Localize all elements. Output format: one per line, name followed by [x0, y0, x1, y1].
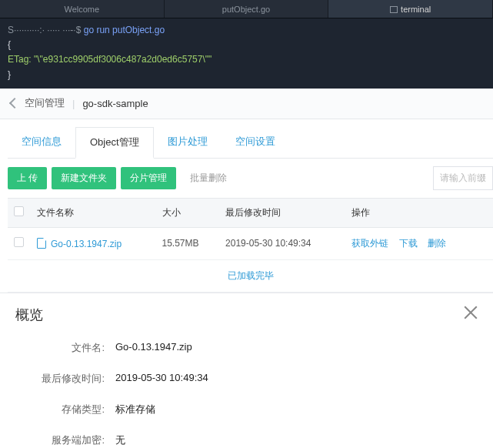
crumb-separator: |: [72, 98, 75, 109]
object-toolbar: 上 传 新建文件夹 分片管理 批量删除 请输入前缀: [8, 159, 493, 198]
fragment-mgmt-button[interactable]: 分片管理: [121, 167, 176, 189]
label-sse: 服务端加密:: [15, 433, 115, 447]
crumb-bucket: go-sdk-sample: [82, 98, 148, 109]
object-table: 文件名称 大小 最后修改时间 操作 Go-0.13.1947.zip 15.57…: [8, 198, 493, 293]
file-mtime: 2019-05-30 10:49:34: [219, 227, 345, 259]
overview-panel: 概览 文件名: Go-0.13.1947.zip 最后修改时间: 2019-05…: [0, 293, 493, 448]
value-sse: 无: [115, 433, 125, 447]
editor-tab-welcome[interactable]: Welcome: [0, 0, 165, 18]
prompt-host: S··········:· ·····: [8, 25, 60, 35]
terminal-etag-value: ETag: "\"e931cc9905df3006c487a2d0ed6c575…: [8, 54, 212, 65]
kv-sse: 服务端加密: 无: [15, 433, 478, 447]
terminal-icon: [390, 6, 398, 13]
file-name-link[interactable]: Go-0.13.1947.zip: [51, 239, 122, 249]
terminal-line-prompt: S··········:· ····· ···-·$ go run putObj…: [8, 23, 485, 38]
terminal-line-close: }: [8, 68, 485, 82]
tab-object-mgmt[interactable]: Object管理: [75, 127, 154, 159]
label-mtime: 最后修改时间:: [15, 372, 115, 386]
loaded-indicator: 已加载完毕: [8, 259, 493, 292]
kv-filename: 文件名: Go-0.13.1947.zip: [15, 341, 478, 355]
download-action[interactable]: 下载: [399, 238, 418, 249]
crumb-space-mgmt[interactable]: 空间管理: [25, 96, 65, 110]
section-tabs: 空间信息 Object管理 图片处理 空间设置: [8, 127, 493, 159]
col-mtime: 最后修改时间: [219, 198, 345, 227]
new-folder-button[interactable]: 新建文件夹: [52, 167, 116, 189]
delete-action[interactable]: 删除: [428, 238, 446, 249]
row-actions: 获取外链 下载 删除: [345, 227, 493, 259]
get-link-action[interactable]: 获取外链: [351, 238, 388, 249]
table-row: Go-0.13.1947.zip 15.57MB 2019-05-30 10:4…: [8, 227, 493, 259]
editor-tab-file[interactable]: putObject.go: [165, 0, 329, 18]
label-filename: 文件名:: [15, 341, 115, 355]
terminal-output[interactable]: S··········:· ····· ···-·$ go run putObj…: [0, 18, 493, 89]
col-name: 文件名称: [31, 198, 156, 227]
prefix-search-input[interactable]: 请输入前缀: [433, 166, 493, 190]
upload-button[interactable]: 上 传: [8, 167, 47, 189]
breadcrumb: 空间管理 | go-sdk-sample: [0, 89, 493, 119]
row-checkbox[interactable]: [14, 237, 24, 247]
editor-tab-terminal[interactable]: terminal: [328, 0, 493, 18]
editor-tab-terminal-label: terminal: [401, 5, 431, 14]
terminal-line-etag: ETag: "\"e931cc9905df3006c487a2d0ed6c575…: [8, 52, 485, 67]
prompt-symbol: $: [76, 25, 82, 35]
value-storage: 标准存储: [115, 403, 155, 416]
col-size: 大小: [156, 198, 220, 227]
tab-space-info[interactable]: 空间信息: [8, 127, 75, 158]
close-icon[interactable]: [462, 304, 479, 321]
select-all-checkbox[interactable]: [14, 206, 24, 216]
tab-space-settings[interactable]: 空间设置: [222, 127, 289, 158]
editor-panel: Welcome putObject.go terminal S·········…: [0, 0, 493, 89]
terminal-line-open: {: [8, 38, 485, 52]
editor-tab-bar: Welcome putObject.go terminal: [0, 0, 493, 18]
overview-title: 概览: [15, 306, 478, 324]
file-size: 15.57MB: [156, 227, 220, 259]
terminal-command: go run putObject.go: [84, 25, 165, 35]
back-icon[interactable]: [9, 98, 20, 109]
batch-delete-button[interactable]: 批量删除: [181, 167, 236, 189]
col-ops: 操作: [345, 198, 493, 227]
label-storage: 存储类型:: [15, 403, 115, 416]
prompt-path: ···-·: [62, 25, 75, 35]
file-icon: [37, 238, 46, 249]
kv-mtime: 最后修改时间: 2019-05-30 10:49:34: [15, 372, 478, 386]
kv-storage: 存储类型: 标准存储: [15, 403, 478, 416]
loaded-indicator-row: 已加载完毕: [8, 259, 493, 292]
value-filename: Go-0.13.1947.zip: [115, 341, 192, 355]
value-mtime: 2019-05-30 10:49:34: [115, 372, 208, 386]
tab-image-proc[interactable]: 图片处理: [154, 127, 222, 158]
